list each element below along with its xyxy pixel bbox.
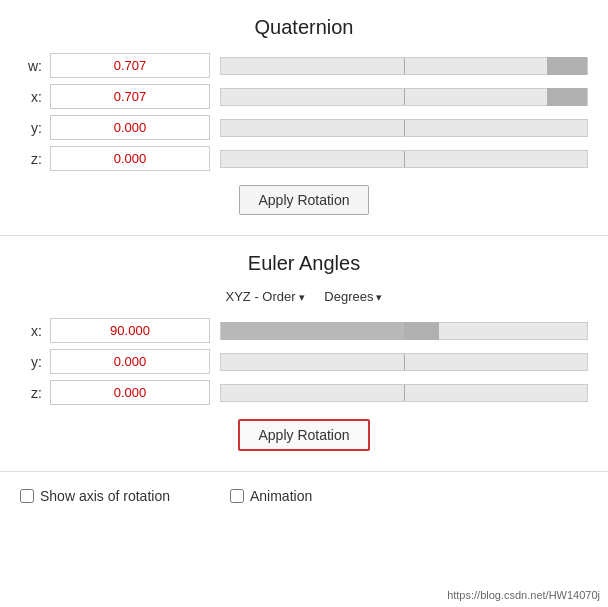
euler-slider-z[interactable]: [220, 384, 588, 402]
quaternion-row-x: x:: [20, 84, 588, 109]
euler-apply-button[interactable]: Apply Rotation: [238, 419, 369, 451]
euler-subheader: XYZ - Order Degrees: [20, 289, 588, 304]
slider-z[interactable]: [220, 150, 588, 168]
label-z: z:: [20, 151, 50, 167]
euler-input-z[interactable]: [50, 380, 210, 405]
euler-label-y: y:: [20, 354, 50, 370]
euler-row-x: x:: [20, 318, 588, 343]
slider-x[interactable]: [220, 88, 588, 106]
quaternion-section: Quaternion w: x: y:: [0, 0, 608, 236]
input-w[interactable]: [50, 53, 210, 78]
input-x[interactable]: [50, 84, 210, 109]
show-axis-checkbox[interactable]: [20, 489, 34, 503]
euler-row-y: y:: [20, 349, 588, 374]
animation-checkbox[interactable]: [230, 489, 244, 503]
input-y[interactable]: [50, 115, 210, 140]
order-dropdown[interactable]: XYZ - Order: [226, 289, 305, 304]
label-y: y:: [20, 120, 50, 136]
euler-label-x: x:: [20, 323, 50, 339]
euler-row-z: z:: [20, 380, 588, 405]
euler-label-z: z:: [20, 385, 50, 401]
quaternion-row-y: y:: [20, 115, 588, 140]
euler-slider-y[interactable]: [220, 353, 588, 371]
euler-slider-x[interactable]: [220, 322, 588, 340]
euler-input-y[interactable]: [50, 349, 210, 374]
euler-title: Euler Angles: [20, 252, 588, 275]
slider-y[interactable]: [220, 119, 588, 137]
label-x: x:: [20, 89, 50, 105]
euler-input-x[interactable]: [50, 318, 210, 343]
animation-label[interactable]: Animation: [230, 488, 312, 504]
quaternion-title: Quaternion: [20, 16, 588, 39]
slider-w[interactable]: [220, 57, 588, 75]
bottom-section: Show axis of rotation Animation: [0, 472, 608, 520]
quaternion-apply-button[interactable]: Apply Rotation: [239, 185, 368, 215]
watermark: https://blog.csdn.net/HW14070j: [447, 589, 600, 601]
label-w: w:: [20, 58, 50, 74]
input-z[interactable]: [50, 146, 210, 171]
degree-dropdown[interactable]: Degrees: [324, 289, 382, 304]
quaternion-row-w: w:: [20, 53, 588, 78]
show-axis-label[interactable]: Show axis of rotation: [20, 488, 170, 504]
quaternion-row-z: z:: [20, 146, 588, 171]
euler-section: Euler Angles XYZ - Order Degrees x: y: z…: [0, 236, 608, 472]
